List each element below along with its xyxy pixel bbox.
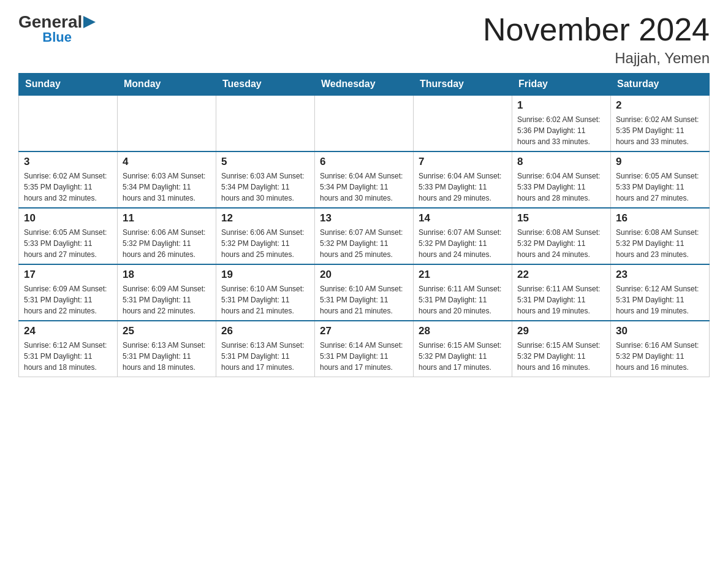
day-info: Sunrise: 6:08 AM Sunset: 5:32 PM Dayligh…	[616, 227, 704, 260]
day-info: Sunrise: 6:11 AM Sunset: 5:31 PM Dayligh…	[419, 283, 507, 316]
col-monday: Monday	[118, 74, 216, 96]
col-sunday: Sunday	[19, 74, 118, 96]
cell-week3-day4: 14Sunrise: 6:07 AM Sunset: 5:32 PM Dayli…	[414, 208, 512, 264]
day-info: Sunrise: 6:05 AM Sunset: 5:33 PM Dayligh…	[616, 170, 704, 204]
logo-blue-text: Blue	[18, 29, 96, 45]
day-number: 25	[123, 325, 211, 337]
cell-week1-day3	[315, 95, 414, 151]
cell-week2-day4: 7Sunrise: 6:04 AM Sunset: 5:33 PM Daylig…	[414, 151, 512, 208]
cell-week2-day3: 6Sunrise: 6:04 AM Sunset: 5:34 PM Daylig…	[315, 151, 414, 208]
cell-week3-day1: 11Sunrise: 6:06 AM Sunset: 5:32 PM Dayli…	[118, 208, 216, 264]
cell-week2-day5: 8Sunrise: 6:04 AM Sunset: 5:33 PM Daylig…	[512, 151, 611, 208]
day-number: 14	[419, 212, 507, 224]
day-number: 7	[419, 156, 507, 168]
day-info: Sunrise: 6:08 AM Sunset: 5:32 PM Dayligh…	[517, 227, 605, 260]
day-info: Sunrise: 6:04 AM Sunset: 5:34 PM Dayligh…	[320, 170, 408, 204]
day-number: 5	[221, 156, 309, 168]
day-info: Sunrise: 6:14 AM Sunset: 5:31 PM Dayligh…	[320, 340, 408, 373]
day-number: 3	[24, 156, 112, 168]
day-number: 19	[221, 269, 309, 281]
day-number: 16	[616, 212, 704, 224]
svg-marker-0	[83, 16, 96, 28]
day-number: 6	[320, 156, 408, 168]
cell-week2-day0: 3Sunrise: 6:02 AM Sunset: 5:35 PM Daylig…	[19, 151, 118, 208]
day-info: Sunrise: 6:03 AM Sunset: 5:34 PM Dayligh…	[123, 170, 211, 204]
cell-week3-day3: 13Sunrise: 6:07 AM Sunset: 5:32 PM Dayli…	[315, 208, 414, 264]
calendar-header-row: Sunday Monday Tuesday Wednesday Thursday…	[19, 74, 710, 96]
week-row-3: 10Sunrise: 6:05 AM Sunset: 5:33 PM Dayli…	[19, 208, 710, 264]
cell-week3-day2: 12Sunrise: 6:06 AM Sunset: 5:32 PM Dayli…	[216, 208, 315, 264]
cell-week1-day2	[216, 95, 315, 151]
cell-week4-day4: 21Sunrise: 6:11 AM Sunset: 5:31 PM Dayli…	[414, 264, 512, 321]
cell-week2-day2: 5Sunrise: 6:03 AM Sunset: 5:34 PM Daylig…	[216, 151, 315, 208]
col-friday: Friday	[512, 74, 611, 96]
day-number: 28	[419, 325, 507, 337]
day-number: 27	[320, 325, 408, 337]
logo: General Blue	[18, 12, 96, 45]
day-number: 2	[616, 99, 704, 112]
day-number: 8	[517, 156, 605, 168]
cell-week4-day3: 20Sunrise: 6:10 AM Sunset: 5:31 PM Dayli…	[315, 264, 414, 321]
day-info: Sunrise: 6:03 AM Sunset: 5:34 PM Dayligh…	[221, 170, 309, 204]
day-info: Sunrise: 6:10 AM Sunset: 5:31 PM Dayligh…	[320, 283, 408, 316]
cell-week4-day0: 17Sunrise: 6:09 AM Sunset: 5:31 PM Dayli…	[19, 264, 118, 321]
cell-week4-day6: 23Sunrise: 6:12 AM Sunset: 5:31 PM Dayli…	[611, 264, 710, 321]
week-row-5: 24Sunrise: 6:12 AM Sunset: 5:31 PM Dayli…	[19, 321, 710, 377]
cell-week5-day5: 29Sunrise: 6:15 AM Sunset: 5:32 PM Dayli…	[512, 321, 611, 377]
week-row-2: 3Sunrise: 6:02 AM Sunset: 5:35 PM Daylig…	[19, 151, 710, 208]
day-number: 15	[517, 212, 605, 224]
cell-week3-day5: 15Sunrise: 6:08 AM Sunset: 5:32 PM Dayli…	[512, 208, 611, 264]
day-info: Sunrise: 6:02 AM Sunset: 5:35 PM Dayligh…	[616, 114, 704, 147]
cell-week5-day6: 30Sunrise: 6:16 AM Sunset: 5:32 PM Dayli…	[611, 321, 710, 377]
cell-week1-day4	[414, 95, 512, 151]
col-wednesday: Wednesday	[315, 74, 414, 96]
day-info: Sunrise: 6:10 AM Sunset: 5:31 PM Dayligh…	[221, 283, 309, 316]
day-info: Sunrise: 6:04 AM Sunset: 5:33 PM Dayligh…	[419, 170, 507, 204]
day-info: Sunrise: 6:06 AM Sunset: 5:32 PM Dayligh…	[123, 227, 211, 260]
day-info: Sunrise: 6:13 AM Sunset: 5:31 PM Dayligh…	[221, 340, 309, 373]
cell-week4-day1: 18Sunrise: 6:09 AM Sunset: 5:31 PM Dayli…	[118, 264, 216, 321]
cell-week1-day6: 2Sunrise: 6:02 AM Sunset: 5:35 PM Daylig…	[611, 95, 710, 151]
day-info: Sunrise: 6:07 AM Sunset: 5:32 PM Dayligh…	[320, 227, 408, 260]
cell-week2-day1: 4Sunrise: 6:03 AM Sunset: 5:34 PM Daylig…	[118, 151, 216, 208]
day-number: 12	[221, 212, 309, 224]
cell-week1-day5: 1Sunrise: 6:02 AM Sunset: 5:36 PM Daylig…	[512, 95, 611, 151]
day-number: 24	[24, 325, 112, 337]
day-number: 29	[517, 325, 605, 337]
day-info: Sunrise: 6:09 AM Sunset: 5:31 PM Dayligh…	[24, 283, 112, 316]
day-number: 11	[123, 212, 211, 224]
day-info: Sunrise: 6:02 AM Sunset: 5:36 PM Dayligh…	[517, 114, 605, 147]
calendar-title: November 2024	[483, 12, 710, 47]
cell-week5-day1: 25Sunrise: 6:13 AM Sunset: 5:31 PM Dayli…	[118, 321, 216, 377]
cell-week2-day6: 9Sunrise: 6:05 AM Sunset: 5:33 PM Daylig…	[611, 151, 710, 208]
col-saturday: Saturday	[611, 74, 710, 96]
calendar-subtitle: Hajjah, Yemen	[483, 50, 710, 67]
day-number: 1	[517, 99, 605, 112]
day-info: Sunrise: 6:07 AM Sunset: 5:32 PM Dayligh…	[419, 227, 507, 260]
day-number: 9	[616, 156, 704, 168]
col-tuesday: Tuesday	[216, 74, 315, 96]
day-info: Sunrise: 6:13 AM Sunset: 5:31 PM Dayligh…	[123, 340, 211, 373]
day-info: Sunrise: 6:04 AM Sunset: 5:33 PM Dayligh…	[517, 170, 605, 204]
calendar-table: Sunday Monday Tuesday Wednesday Thursday…	[18, 73, 710, 377]
calendar-title-block: November 2024 Hajjah, Yemen	[483, 12, 710, 67]
day-number: 30	[616, 325, 704, 337]
day-number: 23	[616, 269, 704, 281]
cell-week4-day5: 22Sunrise: 6:11 AM Sunset: 5:31 PM Dayli…	[512, 264, 611, 321]
day-info: Sunrise: 6:12 AM Sunset: 5:31 PM Dayligh…	[616, 283, 704, 316]
day-number: 4	[123, 156, 211, 168]
day-info: Sunrise: 6:11 AM Sunset: 5:31 PM Dayligh…	[517, 283, 605, 316]
day-info: Sunrise: 6:05 AM Sunset: 5:33 PM Dayligh…	[24, 227, 112, 260]
logo-arrow-icon	[83, 16, 96, 28]
day-number: 18	[123, 269, 211, 281]
cell-week3-day0: 10Sunrise: 6:05 AM Sunset: 5:33 PM Dayli…	[19, 208, 118, 264]
day-info: Sunrise: 6:06 AM Sunset: 5:32 PM Dayligh…	[221, 227, 309, 260]
day-number: 17	[24, 269, 112, 281]
cell-week4-day2: 19Sunrise: 6:10 AM Sunset: 5:31 PM Dayli…	[216, 264, 315, 321]
day-info: Sunrise: 6:15 AM Sunset: 5:32 PM Dayligh…	[419, 340, 507, 373]
cell-week1-day0	[19, 95, 118, 151]
day-info: Sunrise: 6:15 AM Sunset: 5:32 PM Dayligh…	[517, 340, 605, 373]
cell-week5-day4: 28Sunrise: 6:15 AM Sunset: 5:32 PM Dayli…	[414, 321, 512, 377]
cell-week3-day6: 16Sunrise: 6:08 AM Sunset: 5:32 PM Dayli…	[611, 208, 710, 264]
week-row-1: 1Sunrise: 6:02 AM Sunset: 5:36 PM Daylig…	[19, 95, 710, 151]
